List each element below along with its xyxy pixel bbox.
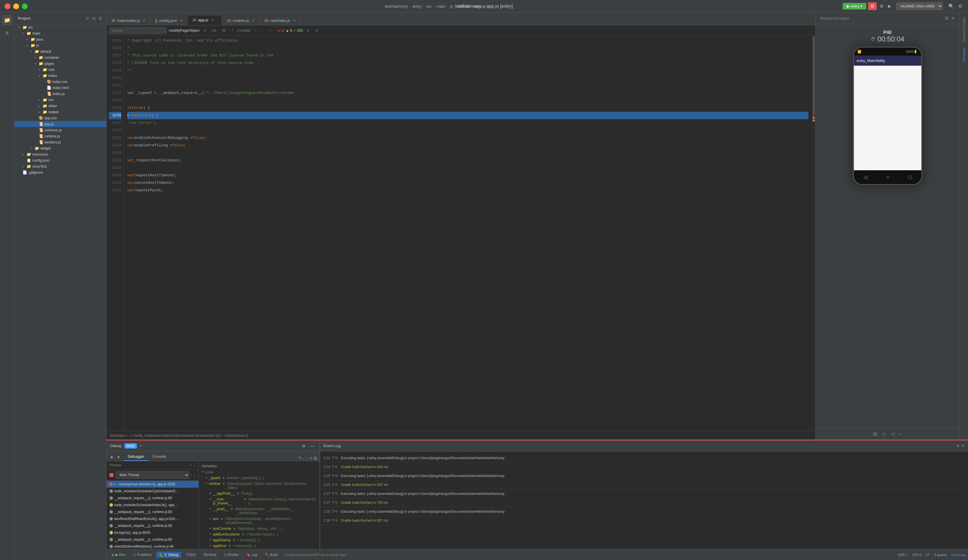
- search-close2-btn[interactable]: ✕: [313, 28, 320, 33]
- tree-item-app-js[interactable]: 📜 app.js: [15, 121, 106, 127]
- frame-item-6[interactable]: __webpack_require__(), runtime.js:80: [107, 522, 199, 529]
- tree-item-index-html[interactable]: 📄 index.html: [15, 84, 106, 91]
- tab-console[interactable]: Console: [148, 452, 170, 461]
- tab-runtime[interactable]: JS runtime.js ✕: [222, 16, 260, 25]
- close-button[interactable]: [5, 3, 10, 9]
- minimize-button[interactable]: [13, 3, 19, 9]
- debug-config-button[interactable]: ⚙: [868, 2, 877, 10]
- search-more-btn[interactable]: ⋯: [266, 28, 273, 33]
- breadcrumb-js[interactable]: js: [450, 4, 453, 8]
- emulator-close-btn[interactable]: ✕: [951, 15, 955, 21]
- event-log-settings-btn[interactable]: ⚙: [956, 444, 960, 448]
- tree-item-runtime-js[interactable]: 📜 runtime.js: [15, 133, 106, 139]
- tree-item-common-js[interactable]: 📜 common.js: [15, 127, 106, 133]
- collapse-button[interactable]: ⊟: [91, 15, 96, 22]
- thread-dropdown[interactable]: Main Thread: [116, 471, 189, 479]
- step-into-btn[interactable]: ↓: [303, 456, 305, 461]
- sync-button[interactable]: ⟳: [85, 15, 90, 22]
- project-icon[interactable]: 📁: [2, 15, 12, 25]
- settings-panel-button[interactable]: ⚙: [98, 15, 103, 22]
- debug-btn[interactable]: 🐛 5: Debug: [156, 552, 181, 558]
- tree-item-slider[interactable]: ▸ 📁 slider: [15, 103, 106, 109]
- frame-item-9[interactable]: checkDeferredModules(), runtime.js:46: [107, 543, 199, 549]
- debug-close-badge[interactable]: ✕: [139, 444, 142, 448]
- frame-item-0[interactable]: ▶ <anonymous function>(), app.js:3235: [107, 481, 199, 488]
- var-local[interactable]: ▾ Local: [199, 469, 320, 475]
- thread-up-btn[interactable]: ↑: [191, 473, 192, 477]
- terminal-btn[interactable]: Terminal: [201, 552, 219, 558]
- build-btn[interactable]: 🔨 Build: [262, 552, 280, 558]
- tree-item-me[interactable]: ▸ 📁 me: [15, 97, 106, 103]
- settings-debug-btn[interactable]: ⚙: [300, 443, 307, 449]
- tree-item-swiper[interactable]: ▸ 📁 swiper: [15, 109, 106, 115]
- tab-cart[interactable]: JS cart/index.js ✕: [259, 16, 300, 25]
- var-ace-console[interactable]: ▸ aceConsole = Object{log: , debug: , in…: [199, 526, 320, 532]
- search-global-button[interactable]: 🔍: [947, 2, 955, 10]
- frame-down-btn[interactable]: ↓: [194, 463, 196, 467]
- minimize-debug-btn[interactable]: —: [308, 443, 316, 449]
- emulator-power-btn[interactable]: ○: [899, 431, 902, 437]
- todo-btn[interactable]: TODO: [183, 552, 199, 558]
- tab-close-app[interactable]: ✕: [211, 18, 214, 22]
- event-log-link[interactable]: Event Log: [951, 553, 966, 557]
- stop-button[interactable]: ■: [887, 3, 892, 10]
- breadcrumb-main[interactable]: main: [436, 4, 445, 8]
- tree-item-ohostest[interactable]: ▸ 📁 ohosTest: [15, 163, 106, 169]
- search-collapse-btn[interactable]: ∧: [305, 28, 311, 33]
- search-case-btn[interactable]: Aa: [211, 28, 218, 33]
- tab-index[interactable]: JS index/index.js ✕: [107, 16, 151, 25]
- var-corejs[interactable]: ▸ __core-js_shared__ = Object{versions: …: [199, 496, 320, 506]
- frame-item-2[interactable]: __webpack_require__(), runtime.js:80: [107, 495, 199, 502]
- device-selector[interactable]: HUAWEI ANA-AN00: [896, 2, 943, 10]
- run-button[interactable]: ▶ entry ▾: [843, 3, 866, 10]
- tree-item-app-css[interactable]: 🎨 app.css: [15, 115, 106, 121]
- attach-button[interactable]: ⚙: [878, 2, 885, 10]
- breadcrumb-src[interactable]: src: [426, 4, 432, 8]
- tab-debugger[interactable]: Debugger: [124, 452, 148, 461]
- tree-item-vendors-js[interactable]: 📜 vendors.js: [15, 139, 106, 145]
- stop-debug-btn[interactable]: ■: [116, 453, 121, 460]
- var-appproto[interactable]: ▸ __appProto__ = Proxy{}: [199, 490, 320, 496]
- frame-up-btn[interactable]: ↑: [191, 463, 192, 467]
- maximize-button[interactable]: [22, 3, 28, 9]
- search-word-btn[interactable]: W: [220, 28, 227, 33]
- tree-item-gitignore[interactable]: 📄 .gitignore: [15, 169, 106, 176]
- emulator-settings-btn[interactable]: ⚙: [945, 15, 949, 21]
- frame-item-3[interactable]: node_modulesSchedulerIndexJs(), app....: [107, 502, 199, 509]
- tree-item-index-js[interactable]: 📜 index.js: [15, 91, 106, 97]
- frame-item-5[interactable]: taroReactDistReactEsmJs(), app.js:628:..…: [107, 515, 199, 522]
- tree-item-main[interactable]: ▾ 📁 main: [15, 30, 106, 36]
- var-addeventlistener[interactable]: ▸ addEventListener = = function noop() {…: [199, 532, 320, 537]
- var-appdestroy[interactable]: ▸ appDestroy = = function(){...}: [199, 537, 320, 543]
- search-next-btn[interactable]: ↓: [259, 28, 264, 33]
- step-over-btn[interactable]: ↷: [298, 456, 302, 461]
- var-ace[interactable]: ▸ ace = Object{domCreateBody: , domAddEl…: [199, 516, 320, 526]
- log-btn[interactable]: 🔖 Log: [244, 552, 260, 558]
- tree-item-resources[interactable]: ▸ 📁 resources: [15, 151, 106, 157]
- search-close-btn[interactable]: ✕: [202, 28, 208, 33]
- home-btn[interactable]: ○: [887, 174, 890, 181]
- tree-item-index-folder[interactable]: ▾ 📁 index: [15, 73, 106, 79]
- var-proto[interactable]: ▸ __proto__ = Object{constructor: , __de…: [199, 506, 320, 516]
- tree-item-index-css[interactable]: 🎨 index.css: [15, 79, 106, 84]
- run-debug-btn[interactable]: ▶: [109, 453, 115, 460]
- tab-close-cart[interactable]: ✕: [293, 19, 296, 22]
- problems-btn[interactable]: ⚠ Problems: [130, 552, 154, 558]
- tree-item-src[interactable]: ▾ 📁 src: [15, 24, 106, 30]
- var-window[interactable]: ▾ window = Object{navigator: Object, doc…: [199, 481, 320, 490]
- event-log-close-btn[interactable]: ✕: [961, 444, 965, 448]
- tree-item-config-json[interactable]: 📋 config.json: [15, 157, 106, 163]
- right-tab-previewer[interactable]: Previewer: [961, 45, 967, 64]
- settings-button[interactable]: ⚙: [957, 2, 963, 10]
- run-toolbar-btn[interactable]: ▶ ▶ Run: [109, 552, 128, 558]
- frame-item-4[interactable]: __webpack_require__(), runtime.js:80: [107, 509, 199, 515]
- profiler-btn[interactable]: ⬡ Profiler: [221, 552, 241, 558]
- emulator-back-btn[interactable]: ◁: [890, 431, 895, 437]
- emulator-rotate-btn[interactable]: ◇: [882, 431, 886, 437]
- search-input[interactable]: [109, 27, 167, 34]
- toggle-panel-btn[interactable]: ⊞: [313, 456, 317, 461]
- tree-item-cart[interactable]: ▸ 📁 cart: [15, 66, 106, 73]
- search-prev-btn[interactable]: ↑: [253, 28, 258, 33]
- back-btn[interactable]: ◁: [864, 174, 867, 181]
- var-typeof[interactable]: ▸ _typeof = function _typeof(obj) {...}: [199, 475, 320, 481]
